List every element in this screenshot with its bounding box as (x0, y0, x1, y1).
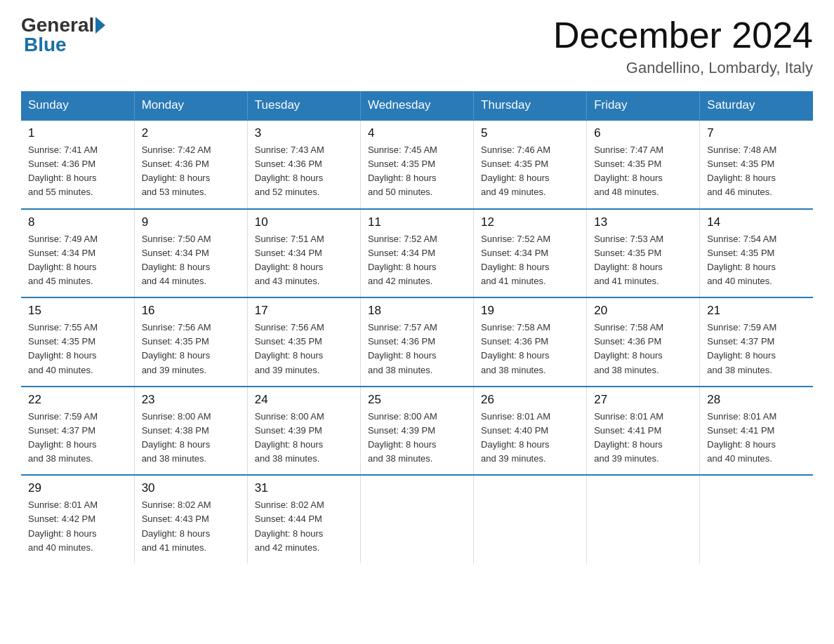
day-number: 27 (594, 393, 692, 407)
day-info: Sunrise: 7:56 AM Sunset: 4:35 PM Dayligh… (255, 321, 353, 377)
calendar-cell (700, 475, 813, 563)
calendar-cell: 19Sunrise: 7:58 AM Sunset: 4:36 PM Dayli… (474, 297, 587, 387)
day-number: 3 (255, 126, 353, 140)
week-row-2: 8Sunrise: 7:49 AM Sunset: 4:34 PM Daylig… (21, 209, 813, 298)
day-info: Sunrise: 8:00 AM Sunset: 4:39 PM Dayligh… (255, 410, 353, 467)
week-row-4: 22Sunrise: 7:59 AM Sunset: 4:37 PM Dayli… (21, 387, 813, 476)
calendar-cell: 29Sunrise: 8:01 AM Sunset: 4:42 PM Dayli… (21, 475, 134, 563)
day-info: Sunrise: 7:49 AM Sunset: 4:34 PM Dayligh… (28, 232, 127, 289)
day-number: 25 (368, 393, 466, 407)
calendar-cell: 20Sunrise: 7:58 AM Sunset: 4:36 PM Dayli… (587, 297, 700, 387)
day-number: 17 (255, 304, 353, 318)
logo: General Blue (21, 14, 107, 56)
day-header-sunday: Sunday (21, 91, 134, 120)
day-info: Sunrise: 7:47 AM Sunset: 4:35 PM Dayligh… (594, 143, 692, 200)
logo-arrow-icon (95, 17, 105, 34)
day-info: Sunrise: 7:43 AM Sunset: 4:36 PM Dayligh… (255, 143, 353, 200)
calendar-cell: 4Sunrise: 7:45 AM Sunset: 4:35 PM Daylig… (360, 120, 473, 209)
calendar-cell: 7Sunrise: 7:48 AM Sunset: 4:35 PM Daylig… (700, 120, 813, 209)
day-number: 1 (28, 126, 127, 140)
week-row-1: 1Sunrise: 7:41 AM Sunset: 4:36 PM Daylig… (21, 120, 813, 209)
day-number: 14 (707, 215, 806, 229)
day-info: Sunrise: 8:00 AM Sunset: 4:38 PM Dayligh… (142, 410, 240, 467)
day-number: 26 (481, 393, 579, 407)
day-number: 21 (707, 304, 806, 318)
day-number: 31 (255, 481, 353, 495)
day-number: 16 (142, 304, 240, 318)
day-info: Sunrise: 7:41 AM Sunset: 4:36 PM Dayligh… (28, 143, 127, 200)
month-title: December 2024 (553, 14, 813, 56)
day-number: 28 (707, 393, 806, 407)
day-number: 22 (28, 393, 127, 407)
day-info: Sunrise: 8:02 AM Sunset: 4:44 PM Dayligh… (255, 498, 353, 555)
calendar-cell (587, 475, 700, 563)
week-row-3: 15Sunrise: 7:55 AM Sunset: 4:35 PM Dayli… (21, 297, 813, 387)
day-info: Sunrise: 8:01 AM Sunset: 4:41 PM Dayligh… (707, 410, 806, 467)
calendar-cell: 12Sunrise: 7:52 AM Sunset: 4:34 PM Dayli… (474, 209, 587, 298)
title-section: December 2024 Gandellino, Lombardy, Ital… (553, 14, 813, 77)
day-info: Sunrise: 7:51 AM Sunset: 4:34 PM Dayligh… (255, 232, 353, 289)
calendar-cell: 13Sunrise: 7:53 AM Sunset: 4:35 PM Dayli… (587, 209, 700, 298)
calendar-cell: 23Sunrise: 8:00 AM Sunset: 4:38 PM Dayli… (134, 387, 247, 476)
day-info: Sunrise: 7:55 AM Sunset: 4:35 PM Dayligh… (28, 321, 127, 377)
calendar-cell: 15Sunrise: 7:55 AM Sunset: 4:35 PM Dayli… (21, 297, 134, 387)
day-number: 30 (142, 481, 240, 495)
calendar-cell: 25Sunrise: 8:00 AM Sunset: 4:39 PM Dayli… (360, 387, 473, 476)
day-info: Sunrise: 7:58 AM Sunset: 4:36 PM Dayligh… (594, 321, 692, 377)
header-row: SundayMondayTuesdayWednesdayThursdayFrid… (21, 91, 813, 120)
day-info: Sunrise: 7:59 AM Sunset: 4:37 PM Dayligh… (28, 410, 127, 467)
calendar-cell: 24Sunrise: 8:00 AM Sunset: 4:39 PM Dayli… (247, 387, 360, 476)
calendar-cell (360, 475, 473, 563)
calendar-cell: 26Sunrise: 8:01 AM Sunset: 4:40 PM Dayli… (474, 387, 587, 476)
calendar-cell: 27Sunrise: 8:01 AM Sunset: 4:41 PM Dayli… (587, 387, 700, 476)
calendar-cell: 6Sunrise: 7:47 AM Sunset: 4:35 PM Daylig… (587, 120, 700, 209)
calendar-cell: 31Sunrise: 8:02 AM Sunset: 4:44 PM Dayli… (247, 475, 360, 563)
day-header-wednesday: Wednesday (360, 91, 473, 120)
day-header-thursday: Thursday (474, 91, 587, 120)
location-text: Gandellino, Lombardy, Italy (553, 59, 813, 77)
day-number: 10 (255, 215, 353, 229)
calendar-cell: 28Sunrise: 8:01 AM Sunset: 4:41 PM Dayli… (700, 387, 813, 476)
calendar-cell: 2Sunrise: 7:42 AM Sunset: 4:36 PM Daylig… (134, 120, 247, 209)
day-header-tuesday: Tuesday (247, 91, 360, 120)
day-header-monday: Monday (134, 91, 247, 120)
day-info: Sunrise: 7:45 AM Sunset: 4:35 PM Dayligh… (368, 143, 466, 200)
day-number: 7 (707, 126, 806, 140)
calendar-cell: 21Sunrise: 7:59 AM Sunset: 4:37 PM Dayli… (700, 297, 813, 387)
day-number: 18 (368, 304, 466, 318)
day-info: Sunrise: 7:52 AM Sunset: 4:34 PM Dayligh… (368, 232, 466, 289)
calendar-cell: 11Sunrise: 7:52 AM Sunset: 4:34 PM Dayli… (360, 209, 473, 298)
calendar-cell: 9Sunrise: 7:50 AM Sunset: 4:34 PM Daylig… (134, 209, 247, 298)
day-number: 6 (594, 126, 692, 140)
day-number: 23 (142, 393, 240, 407)
day-info: Sunrise: 7:50 AM Sunset: 4:34 PM Dayligh… (142, 232, 240, 289)
calendar-cell: 14Sunrise: 7:54 AM Sunset: 4:35 PM Dayli… (700, 209, 813, 298)
day-info: Sunrise: 8:01 AM Sunset: 4:41 PM Dayligh… (594, 410, 692, 467)
page-header: General Blue December 2024 Gandellino, L… (21, 14, 813, 77)
day-info: Sunrise: 7:53 AM Sunset: 4:35 PM Dayligh… (594, 232, 692, 289)
day-number: 9 (142, 215, 240, 229)
calendar-cell: 30Sunrise: 8:02 AM Sunset: 4:43 PM Dayli… (134, 475, 247, 563)
day-number: 19 (481, 304, 579, 318)
day-info: Sunrise: 8:01 AM Sunset: 4:42 PM Dayligh… (28, 498, 127, 555)
day-info: Sunrise: 7:48 AM Sunset: 4:35 PM Dayligh… (707, 143, 806, 200)
calendar-cell: 1Sunrise: 7:41 AM Sunset: 4:36 PM Daylig… (21, 120, 134, 209)
calendar-cell: 17Sunrise: 7:56 AM Sunset: 4:35 PM Dayli… (247, 297, 360, 387)
calendar-cell: 16Sunrise: 7:56 AM Sunset: 4:35 PM Dayli… (134, 297, 247, 387)
calendar-cell: 3Sunrise: 7:43 AM Sunset: 4:36 PM Daylig… (247, 120, 360, 209)
day-number: 8 (28, 215, 127, 229)
day-number: 20 (594, 304, 692, 318)
day-info: Sunrise: 7:57 AM Sunset: 4:36 PM Dayligh… (368, 321, 466, 377)
day-number: 24 (255, 393, 353, 407)
day-number: 29 (28, 481, 127, 495)
calendar-cell: 10Sunrise: 7:51 AM Sunset: 4:34 PM Dayli… (247, 209, 360, 298)
day-number: 11 (368, 215, 466, 229)
calendar-cell: 18Sunrise: 7:57 AM Sunset: 4:36 PM Dayli… (360, 297, 473, 387)
day-info: Sunrise: 7:42 AM Sunset: 4:36 PM Dayligh… (142, 143, 240, 200)
day-header-friday: Friday (587, 91, 700, 120)
calendar-cell: 22Sunrise: 7:59 AM Sunset: 4:37 PM Dayli… (21, 387, 134, 476)
day-number: 4 (368, 126, 466, 140)
day-number: 5 (481, 126, 579, 140)
day-info: Sunrise: 8:02 AM Sunset: 4:43 PM Dayligh… (142, 498, 240, 555)
day-info: Sunrise: 7:52 AM Sunset: 4:34 PM Dayligh… (481, 232, 579, 289)
